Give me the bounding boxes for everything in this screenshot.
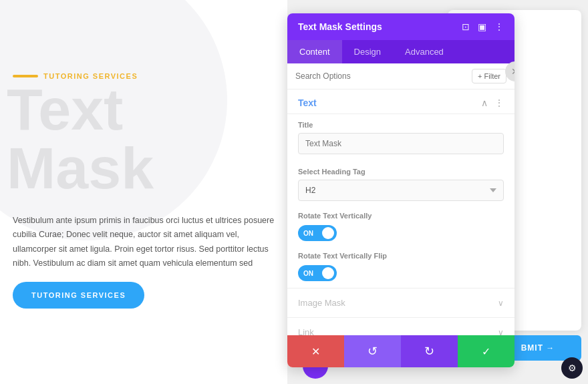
section-menu-icon[interactable]: ⋮ (494, 98, 504, 108)
cancel-button[interactable]: ✕ (287, 335, 344, 367)
heading-field-label: Select Heading Tag (298, 168, 504, 176)
panel-header-icons: ⊡ ▣ ⋮ (462, 21, 504, 32)
rotate-flip-knob (322, 267, 334, 279)
submit-label: BMIT → (521, 343, 555, 353)
tutoring-services-button[interactable]: TUTORING SERVICES (13, 282, 144, 309)
redo-icon: ↻ (424, 344, 434, 359)
settings-fab-icon: ⚙ (568, 363, 577, 373)
split-icon[interactable]: ▣ (478, 21, 486, 32)
section-text-icons: ∧ ⋮ (481, 98, 504, 108)
action-bar: ✕ ↺ ↻ ✓ (287, 335, 514, 367)
panel-header: Text Mask Settings ⊡ ▣ ⋮ (287, 13, 514, 40)
redo-button[interactable]: ↻ (401, 335, 458, 367)
tab-advanced[interactable]: Advanced (393, 40, 456, 63)
confirm-icon: ✓ (482, 345, 490, 358)
filter-button[interactable]: + Filter (472, 69, 506, 83)
title-field-label: Title (298, 121, 504, 129)
search-bar: + Filter (287, 63, 514, 89)
left-content-area: TUTORING SERVICES Text Mask Vestibulum a… (0, 0, 287, 384)
rotate-vertical-toggle[interactable]: ON (298, 225, 337, 241)
heading-select[interactable]: H1 H2 H3 H4 H5 H6 (298, 180, 504, 201)
tab-bar: Content Design Advanced (287, 40, 514, 63)
rotate-flip-label: Rotate Text Vertically Flip (298, 252, 504, 260)
tab-content[interactable]: Content (287, 40, 342, 63)
rotate-flip-on-label: ON (301, 270, 313, 277)
tutoring-label: TUTORING SERVICES (43, 72, 138, 80)
rotate-flip-toggle[interactable]: ON (298, 265, 337, 281)
image-mask-label: Image Mask (298, 298, 345, 308)
heading-field-row: Select Heading Tag H1 H2 H3 H4 H5 H6 (287, 161, 514, 208)
rotate-vertical-row: Rotate Text Vertically ON (287, 208, 514, 248)
image-mask-section[interactable]: Image Mask ∨ (287, 288, 514, 317)
minimize-icon[interactable]: ⊡ (462, 21, 470, 32)
label-bar-decoration (13, 75, 38, 77)
body-text: Vestibulum ante ipsum primis in faucibus… (13, 214, 280, 270)
more-icon[interactable]: ⋮ (494, 21, 504, 32)
settings-fab[interactable]: ⚙ (561, 357, 583, 379)
image-mask-chevron: ∨ (498, 299, 504, 308)
undo-button[interactable]: ↺ (344, 335, 401, 367)
tutoring-label-area: TUTORING SERVICES (13, 72, 138, 80)
section-text-header: Text ∧ ⋮ (287, 89, 514, 114)
panel-content: Text ∧ ⋮ Title Select Heading Tag H1 H2 … (287, 89, 514, 343)
settings-panel: Text Mask Settings ⊡ ▣ ⋮ ✕ Content Desig… (287, 13, 514, 367)
rotate-flip-row: Rotate Text Vertically Flip ON (287, 248, 514, 288)
section-collapse-icon[interactable]: ∧ (481, 98, 488, 108)
rotate-vertical-label: Rotate Text Vertically (298, 212, 504, 220)
rotate-vertical-on-label: ON (301, 230, 313, 237)
undo-icon: ↺ (368, 344, 378, 359)
panel-title: Text Mask Settings (298, 21, 382, 32)
title-field-row: Title (287, 114, 514, 161)
tab-design[interactable]: Design (342, 40, 393, 63)
confirm-button[interactable]: ✓ (458, 335, 514, 367)
title-input[interactable] (298, 133, 504, 154)
section-text-label: Text (298, 98, 317, 108)
cancel-icon: ✕ (311, 345, 320, 358)
search-input[interactable] (295, 71, 466, 81)
toggle-knob (322, 227, 334, 239)
bg-circle-decoration (0, 0, 227, 240)
